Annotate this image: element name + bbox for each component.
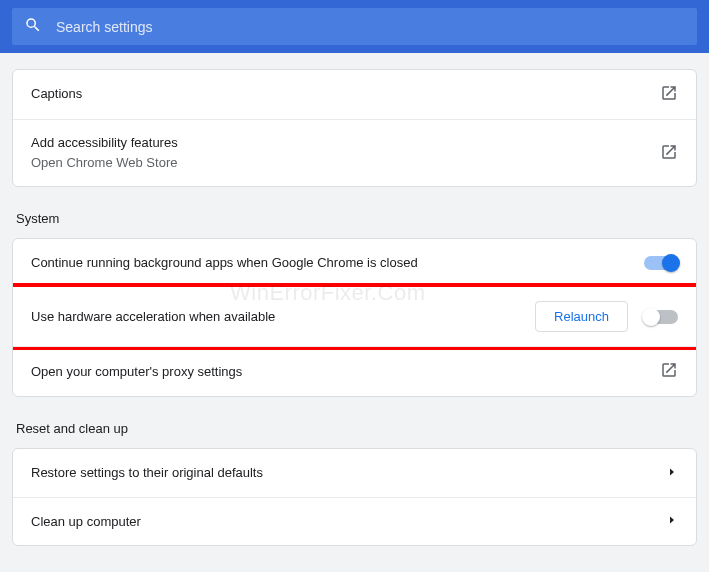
search-container[interactable] — [12, 8, 697, 45]
restore-defaults-label: Restore settings to their original defau… — [31, 464, 666, 482]
proxy-row[interactable]: Open your computer's proxy settings — [13, 346, 696, 396]
add-accessibility-row[interactable]: Add accessibility features Open Chrome W… — [13, 119, 696, 186]
system-header: System — [12, 187, 697, 238]
background-apps-label: Continue running background apps when Go… — [31, 254, 628, 272]
search-bar — [0, 0, 709, 53]
restore-defaults-row[interactable]: Restore settings to their original defau… — [13, 449, 696, 497]
external-link-icon — [660, 84, 678, 105]
captions-row[interactable]: Captions — [13, 70, 696, 119]
reset-card: Restore settings to their original defau… — [12, 448, 697, 546]
hardware-accel-label: Use hardware acceleration when available — [31, 308, 525, 326]
hardware-accel-toggle[interactable] — [644, 310, 678, 324]
add-accessibility-label: Add accessibility features — [31, 134, 660, 152]
cleanup-label: Clean up computer — [31, 513, 666, 531]
chevron-right-icon — [666, 514, 678, 529]
highlight-box: Use hardware acceleration when available… — [12, 283, 697, 350]
captions-label: Captions — [31, 85, 660, 103]
search-input[interactable] — [56, 19, 685, 35]
background-apps-row[interactable]: Continue running background apps when Go… — [13, 239, 696, 287]
chevron-right-icon — [666, 466, 678, 481]
accessibility-card: Captions Add accessibility features Open… — [12, 69, 697, 187]
hardware-accel-row[interactable]: Use hardware acceleration when available… — [13, 287, 696, 346]
external-link-icon — [660, 143, 678, 164]
add-accessibility-sub: Open Chrome Web Store — [31, 154, 660, 172]
external-link-icon — [660, 361, 678, 382]
reset-header: Reset and clean up — [12, 397, 697, 448]
background-apps-toggle[interactable] — [644, 256, 678, 270]
search-icon — [24, 16, 42, 37]
system-card: Continue running background apps when Go… — [12, 238, 697, 397]
proxy-label: Open your computer's proxy settings — [31, 363, 660, 381]
cleanup-row[interactable]: Clean up computer — [13, 497, 696, 545]
relaunch-button[interactable]: Relaunch — [535, 301, 628, 332]
